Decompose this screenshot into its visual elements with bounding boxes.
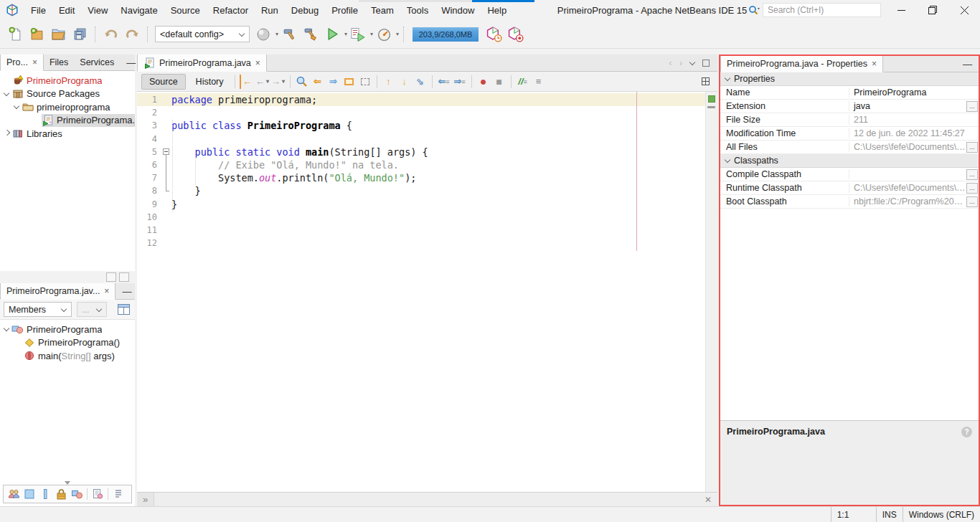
- ellipsis-button[interactable]: ...: [966, 101, 978, 112]
- property-value[interactable]: nbjrt:file:/C:/Program%20Fil...: [849, 196, 966, 207]
- tab-files[interactable]: Files: [44, 54, 74, 70]
- fold-collapse-icon[interactable]: [163, 148, 169, 155]
- history-view-button[interactable]: History: [189, 75, 231, 89]
- property-row[interactable]: File Size211: [720, 113, 979, 127]
- menu-file[interactable]: File: [24, 2, 52, 19]
- close-icon[interactable]: ×: [104, 286, 109, 296]
- scroll-tabs-left-icon[interactable]: ‹: [669, 57, 672, 68]
- toggle-highlight-button[interactable]: [342, 75, 357, 89]
- build-project-button[interactable]: [279, 24, 299, 44]
- scroll-tabs-right-icon[interactable]: ›: [679, 57, 682, 68]
- navigator-tree-item[interactable]: PrimeiroPrograma(): [0, 336, 135, 350]
- ellipsis-button[interactable]: ...: [966, 183, 978, 194]
- sort-by-name-button[interactable]: [110, 487, 126, 501]
- chevron-down-icon[interactable]: [724, 75, 732, 83]
- open-project-button[interactable]: [48, 24, 68, 44]
- chevron-down-icon[interactable]: ▾: [275, 31, 278, 37]
- next-bookmark-button[interactable]: ↓: [397, 75, 412, 89]
- property-value[interactable]: 12 de jun. de 2022 11:45:27: [849, 128, 979, 138]
- insert-mode-indicator[interactable]: INS: [877, 507, 903, 522]
- line-number[interactable]: 3: [137, 119, 161, 132]
- line-number[interactable]: 4: [137, 133, 161, 146]
- editor-gutter[interactable]: 123456789101112: [137, 92, 161, 492]
- projects-tree-item[interactable]: primeiroprograma: [0, 100, 135, 114]
- new-project-button[interactable]: [27, 24, 47, 44]
- chevron-down-icon[interactable]: [3, 325, 11, 333]
- property-row[interactable]: Modification Time12 de jun. de 2022 11:4…: [720, 127, 979, 141]
- line-number[interactable]: 5: [137, 146, 161, 158]
- splitter-grip[interactable]: [106, 272, 116, 282]
- navigator-tree-item[interactable]: PrimeiroPrograma: [0, 323, 135, 336]
- tab-editor-file[interactable]: PrimeiroPrograma.java ×: [137, 54, 267, 72]
- show-static-members-button[interactable]: [37, 487, 53, 501]
- navigator-view-button[interactable]: [116, 302, 131, 317]
- config-selector[interactable]: <default config>: [155, 26, 250, 42]
- minimize-panel-button[interactable]: —: [956, 56, 979, 72]
- previous-bookmark-button[interactable]: ↑: [382, 75, 396, 89]
- property-section-header[interactable]: Properties: [720, 72, 979, 86]
- shift-line-left-button[interactable]: ⇐≡: [437, 75, 451, 89]
- source-view-button[interactable]: Source: [141, 74, 186, 90]
- close-button[interactable]: [948, 0, 980, 20]
- tab-properties[interactable]: PrimeiroPrograma.java - Properties ×: [720, 56, 883, 72]
- chevron-down-icon[interactable]: [724, 157, 732, 165]
- no-errors-badge[interactable]: [708, 95, 715, 103]
- property-row[interactable]: All FilesC:\Users\fefe\Documents\N......: [720, 141, 979, 154]
- menu-team[interactable]: Team: [364, 2, 400, 19]
- ellipsis-button[interactable]: ...: [966, 142, 978, 153]
- property-row[interactable]: Runtime ClasspathC:\Users\fefe\Documents…: [720, 181, 979, 195]
- menu-tools[interactable]: Tools: [400, 2, 435, 19]
- property-row[interactable]: Extensionjava...: [720, 100, 979, 113]
- chevron-down-icon[interactable]: [3, 90, 11, 98]
- minimize-panel-button[interactable]: —: [116, 283, 138, 299]
- tab-list-dropdown-icon[interactable]: [689, 60, 695, 66]
- menu-navigate[interactable]: Navigate: [114, 2, 164, 19]
- projects-tree-item[interactable]: PrimeiroPrograma.j: [0, 114, 135, 128]
- memory-usage-meter[interactable]: 203,9/268,0MB: [413, 27, 479, 42]
- line-number[interactable]: 2: [137, 106, 161, 119]
- last-edit-position-button[interactable]: ←: [240, 75, 254, 89]
- maximize-window-icon[interactable]: [702, 60, 710, 67]
- members-filter-select[interactable]: Members: [4, 302, 72, 317]
- uncomment-button[interactable]: ≡: [532, 75, 546, 89]
- new-file-button[interactable]: [5, 24, 25, 44]
- menu-window[interactable]: Window: [435, 2, 481, 19]
- ellipsis-button[interactable]: ...: [966, 196, 978, 207]
- tab-projects[interactable]: Pro... ×: [0, 54, 44, 71]
- projects-tree-item[interactable]: Source Packages: [0, 87, 135, 101]
- show-non-public-members-button[interactable]: [53, 487, 69, 501]
- line-number[interactable]: 7: [137, 171, 161, 184]
- search-icon[interactable]: [748, 5, 760, 15]
- chevron-down-icon[interactable]: [13, 103, 22, 111]
- property-value[interactable]: 211: [849, 115, 979, 125]
- line-number[interactable]: 11: [137, 224, 161, 237]
- rectangular-selection-button[interactable]: [358, 75, 372, 89]
- ellipsis-button[interactable]: ...: [966, 169, 978, 180]
- menu-view[interactable]: View: [81, 2, 114, 19]
- close-icon[interactable]: ×: [872, 59, 877, 69]
- minimize-button[interactable]: [885, 0, 917, 20]
- profile-ide-button[interactable]: [484, 24, 504, 44]
- projects-tree-item[interactable]: PrimeiroPrograma: [0, 74, 135, 87]
- menu-help[interactable]: Help: [481, 2, 513, 19]
- forward-button[interactable]: →▾: [271, 75, 286, 89]
- sort-by-source-button[interactable]: [90, 487, 105, 501]
- shift-line-right-button[interactable]: ⇒≡: [453, 75, 467, 89]
- connect-globe-button[interactable]: [253, 24, 273, 44]
- stop-profiling-button[interactable]: [505, 24, 525, 44]
- debug-project-button[interactable]: [348, 24, 368, 44]
- next-occurrence-button[interactable]: ⇒: [326, 75, 341, 89]
- split-document-button[interactable]: [698, 75, 712, 89]
- property-row[interactable]: NamePrimeiroPrograma: [720, 86, 979, 100]
- search-input[interactable]: [763, 3, 881, 17]
- menu-refactor[interactable]: Refactor: [207, 2, 255, 19]
- toggle-bookmark-button[interactable]: ⇘: [413, 75, 428, 89]
- menu-source[interactable]: Source: [164, 2, 207, 19]
- navigator-tree[interactable]: PrimeiroProgramaPrimeiroPrograma()main(S…: [0, 320, 135, 506]
- code-area[interactable]: package primeiroprograma;public class Pr…: [171, 92, 705, 492]
- start-macro-recording-button[interactable]: ●: [476, 75, 491, 89]
- breadcrumb-close-icon[interactable]: ✕: [705, 495, 717, 505]
- tab-services[interactable]: Services: [74, 54, 120, 70]
- line-number[interactable]: 8: [137, 184, 161, 197]
- run-project-button[interactable]: [322, 24, 342, 44]
